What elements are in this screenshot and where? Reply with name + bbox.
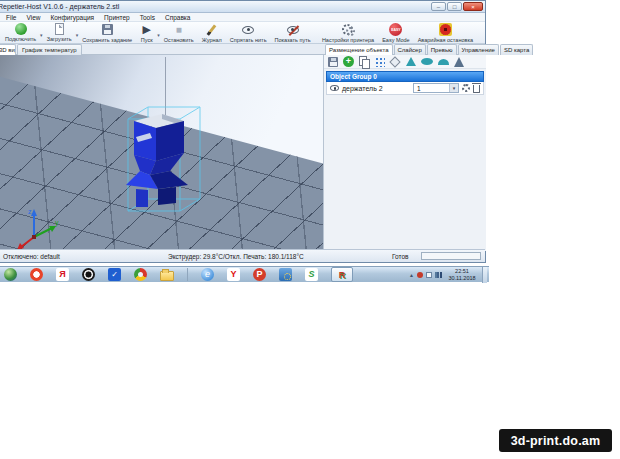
printer-settings-button[interactable]: Настройки принтера	[318, 23, 378, 43]
clock-date: 30.11.2018	[448, 275, 475, 281]
menu-printer[interactable]: Принтер	[99, 14, 135, 21]
add-object-icon[interactable]	[343, 56, 354, 67]
p-app-icon[interactable]	[253, 268, 266, 281]
emergency-stop-icon	[439, 23, 452, 36]
status-bar: Отключено: default Экструдер: 29.8°C/Отк…	[0, 249, 485, 262]
connect-label: Подключить	[5, 36, 36, 42]
tab-strip: 3D видГрафик температур Размещение объек…	[0, 44, 484, 55]
ie-browser-icon[interactable]	[201, 268, 214, 281]
show-travel-icon	[287, 26, 299, 34]
minimize-button[interactable]	[431, 2, 446, 11]
object-row[interactable]: держатель 2 1	[326, 82, 484, 95]
dark-app-icon[interactable]	[82, 268, 95, 281]
object-name: держатель 2	[342, 85, 383, 92]
connection-status: Отключено: default	[3, 253, 60, 260]
menu-tools[interactable]: Tools	[135, 14, 160, 21]
model-solid	[126, 114, 188, 207]
copies-select[interactable]: 1	[413, 83, 459, 93]
menu-file[interactable]: File	[1, 14, 21, 21]
scale-object-icon[interactable]	[406, 57, 416, 66]
repetier-host-task-icon: R	[339, 270, 346, 280]
maximize-button[interactable]	[447, 2, 462, 11]
hide-filament-button[interactable]: Спрятать нить	[226, 23, 271, 43]
taskbar-clock[interactable]: 22:51 30.11.2018	[445, 268, 479, 282]
tray-red-status-icon[interactable]	[417, 272, 423, 278]
opera-browser-icon[interactable]	[30, 268, 43, 281]
tab-3d-view[interactable]: 3D вид	[0, 44, 16, 55]
explorer-folder-icon[interactable]	[160, 271, 174, 281]
system-tray: 22:51 30.11.2018	[409, 267, 489, 283]
copies-caret-icon[interactable]	[449, 84, 458, 92]
stop-job-button[interactable]: Остановить	[160, 23, 198, 43]
show-travel-button[interactable]: Показать путь	[271, 23, 315, 43]
run-job-button[interactable]: Пуск	[136, 23, 157, 43]
object-visibility-eye-icon[interactable]	[330, 85, 339, 91]
clock-time: 22:51	[455, 268, 469, 274]
copies-value: 1	[417, 85, 421, 92]
easy-mode-icon: EASY	[389, 23, 402, 36]
model-object[interactable]	[116, 95, 226, 225]
menu-config[interactable]: Конфигурация	[45, 14, 99, 21]
object-delete-trash-icon[interactable]	[473, 85, 480, 93]
run-job-icon	[140, 23, 153, 36]
blue-gear-app-icon[interactable]	[279, 268, 292, 281]
log-icon	[205, 23, 218, 36]
save-job-button[interactable]: Сохранить задание	[78, 23, 136, 43]
printer-settings-icon	[342, 23, 355, 36]
connect-button[interactable]: Подключить	[1, 23, 40, 42]
green-s-app-icon[interactable]	[305, 268, 318, 281]
y-app-icon[interactable]	[227, 268, 240, 281]
hide-filament-label: Спрятать нить	[230, 37, 267, 43]
lay-flat-icon[interactable]	[438, 59, 449, 65]
object-toolbar	[324, 55, 486, 69]
tray-network-icon[interactable]	[435, 272, 442, 278]
save-stl-icon[interactable]	[328, 57, 338, 67]
temperature-status: Экструдер: 29.8°C/Откл. Печать: 180.1/11…	[168, 253, 304, 260]
viewport-3d[interactable]: z y x	[0, 55, 323, 251]
taskbar-divider	[187, 268, 188, 281]
load-button[interactable]: Загрузить	[43, 23, 76, 42]
rotate-object-icon[interactable]	[421, 58, 433, 65]
tray-action-center-flag-icon[interactable]	[426, 272, 432, 278]
object-analysis-icon[interactable]	[454, 57, 464, 67]
menu-bar: File View Конфигурация Принтер Tools Спр…	[0, 13, 485, 22]
checkmark-app-icon[interactable]	[108, 268, 121, 281]
main-toolbar: Подключить ▾ Загрузить ▾ Сохранить задан…	[0, 22, 485, 44]
tab-temperature-curve[interactable]: График температур	[17, 44, 82, 55]
object-group-title: Object Group 0	[330, 73, 377, 80]
tray-expand-icon[interactable]	[409, 272, 414, 278]
menu-view[interactable]: View	[21, 14, 45, 21]
connect-icon	[15, 23, 27, 35]
stop-job-label: Остановить	[164, 37, 194, 43]
copy-object-icon[interactable]	[358, 56, 370, 68]
tab-preview[interactable]: Превью	[427, 44, 457, 55]
title-bar[interactable]: Repetier-Host V1.0.6 - держатель 2.stl	[0, 1, 485, 13]
ready-status: Готов	[392, 253, 409, 260]
save-job-icon	[102, 24, 113, 35]
tab-sd-card[interactable]: SD карта	[500, 44, 533, 55]
object-settings-gear-icon[interactable]	[462, 84, 470, 92]
start-orb-icon[interactable]	[4, 268, 17, 281]
show-travel-label: Показать путь	[275, 37, 311, 43]
easy-mode-label: Easy Mode	[382, 37, 410, 43]
chrome-browser-icon[interactable]	[134, 268, 147, 281]
screen: Repetier-Host V1.0.6 - держатель 2.stl F…	[0, 0, 620, 459]
menu-help[interactable]: Справка	[160, 14, 196, 21]
hide-filament-icon	[242, 26, 254, 34]
tab-manual-control[interactable]: Управление	[458, 44, 499, 55]
easy-mode-button[interactable]: EASY Easy Mode	[378, 23, 414, 43]
autoposition-icon[interactable]	[374, 56, 385, 67]
progress-bar	[421, 252, 481, 260]
taskbar: R 22:51 30.11.2018	[0, 266, 489, 282]
repetier-host-task-button[interactable]: R	[331, 267, 353, 282]
tab-object-placement[interactable]: Размещение объекта	[325, 44, 393, 55]
yandex-browser-icon[interactable]	[56, 268, 69, 281]
object-group-header[interactable]: Object Group 0	[326, 71, 484, 82]
emergency-stop-button[interactable]: Аварийная остановка	[414, 23, 477, 43]
close-button[interactable]	[463, 2, 483, 11]
log-button[interactable]: Журнал	[198, 23, 226, 43]
tab-slicer[interactable]: Слайсер	[394, 44, 426, 55]
show-desktop-button[interactable]	[482, 267, 487, 283]
printer-settings-label: Настройки принтера	[322, 37, 374, 43]
center-object-icon[interactable]	[389, 56, 400, 67]
